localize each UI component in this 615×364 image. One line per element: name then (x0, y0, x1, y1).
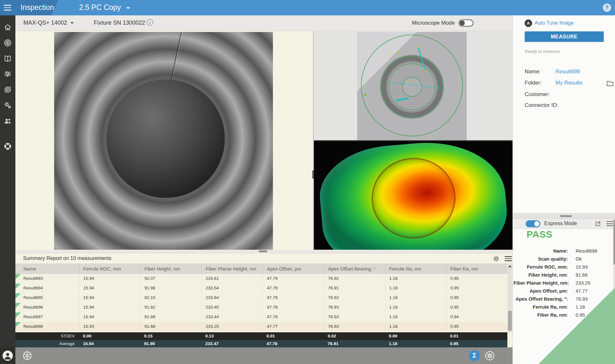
pass-marker-icon (15, 312, 21, 318)
device-select[interactable]: MAX-QS+ 14002 (23, 20, 74, 26)
cell: 15.93 (79, 322, 140, 331)
account-icon[interactable] (3, 351, 13, 361)
scrollbar-thumb[interactable] (613, 220, 615, 264)
app-title: Inspection (20, 3, 54, 12)
cell: 92.10 (140, 293, 201, 302)
measurement-row: Name: Result698 (513, 248, 609, 256)
cell: 76.93 (324, 322, 385, 331)
field-label: Customer: (525, 91, 550, 97)
sigma-icon[interactable]: Σ (469, 350, 480, 361)
cell: 233.54 (201, 284, 263, 293)
column-header[interactable]: Name (15, 263, 79, 274)
express-mode-toggle[interactable] (526, 220, 540, 227)
splitter-grip[interactable] (259, 250, 267, 252)
cell: 47.79 (263, 274, 324, 283)
cell: 76.92 (324, 293, 385, 302)
table-row[interactable]: Result697 15.94 91.88 233.44 47.78 76.93… (15, 312, 507, 321)
interferogram-pane (15, 31, 313, 250)
column-header[interactable]: Apex Offset, µm (263, 263, 324, 274)
express-splitter[interactable] (513, 213, 615, 219)
summary-report-title: Summary Report on 10 measurements (23, 255, 111, 261)
cell: 47.79 (263, 284, 324, 293)
cell: 76.93 (324, 312, 385, 321)
measure-button[interactable]: MEASURE (525, 31, 604, 42)
table-row-selected[interactable]: Result698 15.93 91.66 233.25 47.77 76.93… (15, 322, 507, 331)
home-icon[interactable] (4, 23, 12, 31)
column-header[interactable]: Fiber Ra, nm (446, 263, 507, 274)
cell: 0.95 (446, 303, 507, 312)
scrollbar-thumb[interactable] (508, 311, 512, 331)
users-icon[interactable] (4, 117, 12, 125)
cell: 233.61 (201, 274, 263, 283)
table-settings-gear-icon[interactable] (493, 255, 500, 262)
row-name: Result698 (23, 324, 43, 329)
express-mode-bar: Express Mode (513, 219, 615, 229)
microscope-image[interactable] (357, 32, 467, 140)
cell: 0.95 (446, 293, 507, 302)
measurement-value: Ok (576, 256, 582, 262)
pass-marker-icon (15, 293, 21, 299)
microscope-pane (314, 31, 512, 140)
aperture-icon[interactable] (22, 350, 33, 361)
folder-icon[interactable] (606, 80, 614, 86)
hamburger-menu-icon[interactable] (3, 4, 12, 11)
result-name-link[interactable]: Result699 (555, 69, 580, 75)
cell: 15.94 (79, 340, 140, 348)
splitter-grip[interactable] (560, 215, 572, 217)
table-row[interactable]: Result693 15.94 92.07 233.61 47.79 76.92… (15, 274, 507, 283)
gears-icon[interactable] (4, 101, 12, 109)
main-table-splitter[interactable] (15, 250, 512, 253)
column-header[interactable]: Fiber Height, nm (140, 263, 201, 274)
summary-report-panel: Summary Report on 10 measurements Name F… (15, 253, 512, 347)
cell: 0.95 (446, 340, 507, 348)
cell: 15.94 (79, 293, 140, 302)
info-icon[interactable]: i (147, 19, 153, 26)
cell: 233.64 (201, 293, 263, 302)
folder-link[interactable]: My Results (555, 80, 582, 86)
table-row[interactable]: Result694 15.94 91.98 233.54 47.79 76.91… (15, 284, 507, 293)
scroll-up-icon[interactable] (508, 265, 512, 267)
measurement-label: Scan quality: (513, 256, 568, 262)
target-icon[interactable] (4, 39, 12, 47)
measurement-value: 47.77 (576, 288, 588, 294)
column-header[interactable]: Apex Offset Bearing, ° (324, 263, 385, 274)
lifebuoy-icon[interactable] (4, 142, 12, 150)
measurement-value: 91.66 (576, 272, 588, 278)
table-row[interactable]: Result696 15.94 91.82 233.40 47.78 76.93… (15, 303, 507, 312)
measurement-value: 76.93 (576, 296, 588, 302)
microscope-mode-toggle[interactable] (459, 20, 473, 27)
interferogram-image[interactable] (54, 32, 273, 250)
column-header[interactable]: Fiber Planar Height, nm (201, 263, 263, 274)
measurement-row: Apex Offset, µm: 47.77 (513, 288, 609, 296)
column-header[interactable]: Ferrule Ra, nm (385, 263, 446, 274)
field-customer: Customer: (525, 91, 550, 98)
column-header[interactable]: Ferrule ROC, mm (79, 263, 140, 274)
table-menu-icon[interactable] (505, 256, 512, 262)
tab-title[interactable]: 2.5 PC Copy (79, 3, 121, 12)
express-menu-icon[interactable] (606, 221, 613, 226)
image-settings-icon[interactable] (4, 85, 12, 94)
settings-gear-icon[interactable] (484, 350, 495, 361)
measurement-label: Ferrule Ra, nm: (513, 304, 568, 310)
express-scrollbar[interactable] (613, 219, 615, 364)
sliders-icon[interactable] (4, 70, 12, 78)
cell: 91.66 (140, 322, 201, 331)
measurement-label: Ferrule ROC, mm: (513, 264, 568, 270)
results-book-icon[interactable] (4, 54, 12, 63)
field-folder: Folder: My Results (525, 80, 542, 86)
cell: 1.18 (385, 293, 446, 302)
measurement-label: Name: (513, 248, 568, 254)
table-row[interactable]: Result695 15.94 92.10 233.64 47.79 76.92… (15, 293, 507, 302)
field-connector-id: Connector ID: (525, 102, 558, 109)
express-mode-label: Express Mode (544, 221, 577, 226)
tab-dropdown-caret-icon[interactable] (126, 7, 130, 9)
measurement-value: 0.95 (576, 312, 585, 318)
cell: 0.01 (446, 332, 507, 340)
cell: 91.88 (140, 312, 201, 321)
table-scrollbar[interactable] (507, 263, 512, 332)
table-header-row: Name Ferrule ROC, mm Fiber Height, nm Fi… (15, 263, 507, 274)
cell: 91.98 (140, 284, 201, 293)
help-icon[interactable]: ? (603, 4, 611, 12)
active-tab[interactable] (62, 0, 615, 15)
external-link-icon[interactable] (595, 221, 601, 227)
